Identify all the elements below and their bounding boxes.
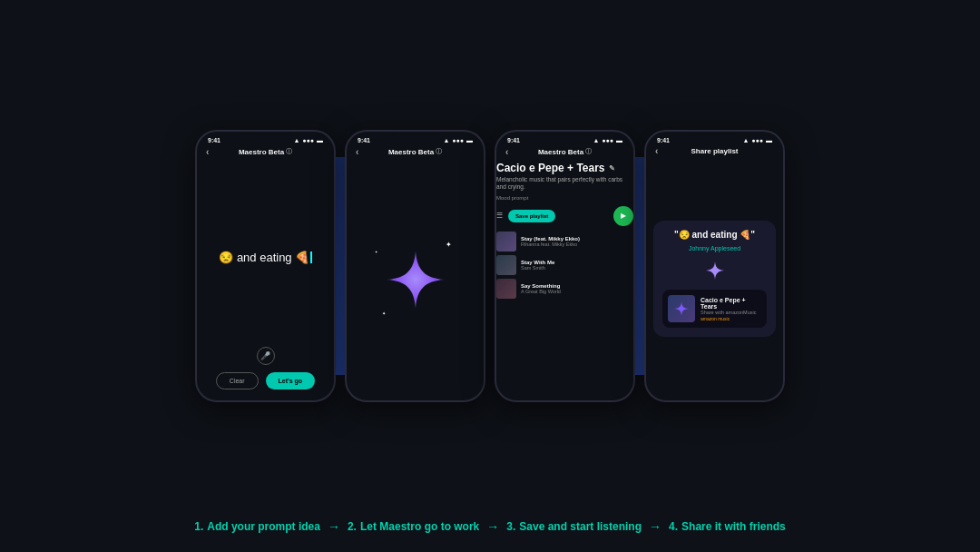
wifi-icon4: ▲ (742, 137, 749, 143)
phone1: 9:41 ▲ ●●● ▬ ‹ Maestro Beta ⓘ 😒 and eati… (195, 130, 336, 402)
amazon-badge: amazon music (701, 316, 761, 321)
phone2-status-icons: ▲ ●●● ▬ (443, 137, 473, 143)
share-track-thumb (668, 295, 695, 322)
phone1-pair: 9:41 ▲ ●●● ▬ ‹ Maestro Beta ⓘ 😒 and eati… (195, 130, 336, 402)
signal-icon2: ●●● (452, 137, 464, 143)
arrow-3: → (649, 519, 662, 534)
phone3-nav-title: Maestro Beta (538, 148, 583, 156)
phone4-pair: 9:41 ▲ ●●● ▬ ‹ Share playlist "😒 and eat… (644, 130, 785, 402)
battery-icon3: ▬ (616, 137, 622, 143)
phone3-back-arrow[interactable]: ‹ (505, 147, 508, 157)
phone3-pair: 9:41 ▲ ●●● ▬ ‹ Maestro Beta ⓘ Cacio e Pe… (495, 130, 635, 402)
phone2: 9:41 ▲ ●●● ▬ ‹ Maestro Beta ⓘ ✦ ✦ (345, 130, 485, 402)
phone3-content: Cacio e Pepe + Tears ✎ Melancholic music… (496, 158, 633, 400)
sparkle-container: ✦ ✦ ✦ (384, 248, 447, 311)
step2-number: 2. (348, 520, 357, 533)
step3-number: 3. (506, 520, 515, 533)
arrow-2: → (486, 519, 499, 534)
track-list: Stay (feat. Mikky Ekko) Rihanna feat. Mi… (496, 232, 633, 299)
phone1-buttons: Clear Let's go (208, 372, 323, 389)
phone4-content: "😒 and eating 🍕" Johnny Appleseed (646, 157, 783, 400)
phone4-notch (692, 132, 738, 141)
share-sparkle-icon (705, 261, 725, 281)
phone4-time: 9:41 (657, 137, 670, 143)
phone3-time: 9:41 (507, 137, 520, 143)
mood-label: Mood prompt (496, 195, 633, 201)
phone2-pair: 9:41 ▲ ●●● ▬ ‹ Maestro Beta ⓘ ✦ ✦ (345, 130, 485, 402)
playlist-desc: Melancholic music that pairs perfectly w… (496, 176, 633, 192)
phone3-status-icons: ▲ ●●● ▬ (593, 137, 622, 143)
play-button[interactable]: ▶ (613, 206, 633, 226)
share-subtitle: Johnny Appleseed (662, 245, 767, 251)
playlist-title: Cacio e Pepe + Tears ✎ (496, 162, 633, 174)
share-track-row: Cacio e Pepe + Tears Share with amazonMu… (662, 290, 767, 328)
text-cursor (310, 251, 312, 263)
main-container: 9:41 ▲ ●●● ▬ ‹ Maestro Beta ⓘ 😒 and eati… (0, 0, 980, 552)
sparkle-icon (384, 248, 447, 311)
library-icon[interactable]: ☰ (496, 212, 503, 220)
step-1: 1. Add your prompt idea (194, 520, 320, 533)
step-4: 4. Share it with friends (669, 520, 786, 533)
phone4: 9:41 ▲ ●●● ▬ ‹ Share playlist "😒 and eat… (644, 130, 785, 402)
save-playlist-button[interactable]: Save playlist (508, 210, 555, 222)
step1-label: Add your prompt idea (207, 520, 320, 533)
share-track-info: Cacio e Pepe + Tears Share with amazonMu… (701, 297, 761, 321)
phone2-nav-title: Maestro Beta (388, 148, 434, 156)
step3-label: Save and start listening (519, 520, 642, 533)
track-item-1: Stay (feat. Mikky Ekko) Rihanna feat. Mi… (496, 232, 633, 251)
track-sparkle (672, 300, 691, 318)
phone2-info-icon[interactable]: ⓘ (436, 147, 442, 156)
signal-icon: ●●● (302, 137, 314, 143)
clear-button[interactable]: Clear (216, 372, 259, 389)
share-track-name: Cacio e Pepe + Tears (701, 297, 761, 310)
phone3-notch (543, 132, 588, 141)
share-card: "😒 and eating 🍕" Johnny Appleseed (653, 221, 776, 337)
phone2-time: 9:41 (358, 137, 370, 143)
phone1-nav: ‹ Maestro Beta ⓘ (197, 145, 334, 158)
phone2-back-arrow[interactable]: ‹ (356, 147, 358, 157)
step4-number: 4. (669, 520, 678, 533)
phone4-nav-title: Share playlist (691, 147, 738, 155)
track-info-1: Stay (feat. Mikky Ekko) Rihanna feat. Mi… (521, 236, 633, 247)
prompt-value: 😒 and eating 🍕 (219, 251, 309, 264)
track-info-3: Say Something A Great Big World (521, 283, 633, 294)
phone1-back-arrow[interactable]: ‹ (206, 147, 209, 157)
track-item-3: Say Something A Great Big World (496, 279, 633, 299)
step-3: 3. Save and start listening (506, 520, 642, 533)
phone3-info-icon[interactable]: ⓘ (585, 147, 592, 156)
signal-icon4: ●●● (751, 137, 763, 143)
phone4-status-icons: ▲ ●●● ▬ (742, 137, 772, 143)
share-card-title: "😒 and eating 🍕" (662, 230, 767, 240)
phone3: 9:41 ▲ ●●● ▬ ‹ Maestro Beta ⓘ Cacio e Pe… (495, 130, 635, 402)
step-2: 2. Let Maestro go to work (348, 520, 479, 533)
signal-icon3: ●●● (602, 137, 613, 143)
wifi-icon: ▲ (293, 137, 299, 143)
step1-number: 1. (194, 520, 203, 533)
phone3-nav: ‹ Maestro Beta ⓘ (496, 145, 633, 158)
edit-icon[interactable]: ✎ (609, 164, 615, 172)
mic-area: 🎤 (208, 347, 323, 365)
arrow-1: → (328, 519, 340, 534)
phone2-nav: ‹ Maestro Beta ⓘ (347, 145, 484, 158)
phone2-content: ✦ ✦ ✦ (347, 158, 484, 400)
small-star-3: ✦ (382, 310, 386, 316)
track-thumb-1 (496, 232, 516, 251)
small-star-1: ✦ (375, 250, 377, 254)
phone2-notch (393, 132, 438, 141)
wifi-icon3: ▲ (593, 137, 599, 143)
phone1-info-icon[interactable]: ⓘ (286, 147, 292, 156)
phone4-back-arrow[interactable]: ‹ (655, 146, 658, 156)
phone1-prompt: 😒 and eating 🍕 (208, 167, 323, 347)
wifi-icon2: ▲ (443, 137, 449, 143)
steps-row: 1. Add your prompt idea → 2. Let Maestro… (36, 519, 944, 534)
track-thumb-2 (496, 255, 516, 275)
battery-icon2: ▬ (466, 137, 473, 143)
lets-go-button[interactable]: Let's go (266, 372, 316, 389)
phone1-time: 9:41 (208, 137, 220, 143)
track-artist-1: Rihanna feat. Mikky Ekko (521, 242, 633, 247)
step2-label: Let Maestro go to work (360, 520, 479, 533)
share-track-detail: Share with amazonMusic (701, 310, 761, 315)
playlist-actions: ☰ Save playlist ▶ (496, 206, 633, 226)
mic-icon[interactable]: 🎤 (257, 347, 275, 365)
track-info-2: Stay With Me Sam Smith (521, 260, 633, 271)
